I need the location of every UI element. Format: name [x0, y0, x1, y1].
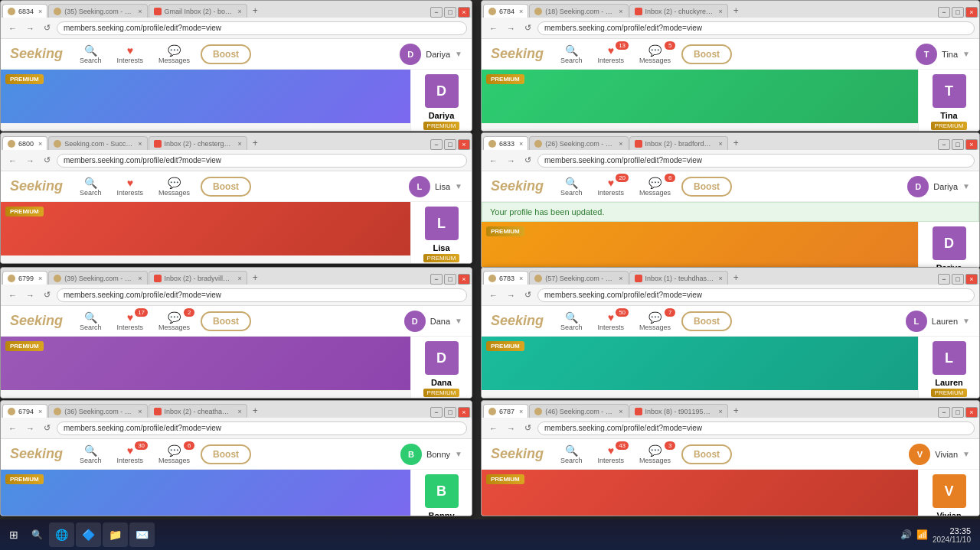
nav-search[interactable]: 🔍Search — [75, 41, 106, 67]
tab-close-1[interactable]: × — [619, 408, 622, 415]
seeking-logo[interactable]: Seeking — [491, 46, 544, 62]
forward-button[interactable]: → — [504, 422, 518, 434]
browser-tab-2[interactable]: Inbox (8) - t9011958@c...× — [629, 404, 728, 418]
address-input[interactable] — [57, 21, 467, 35]
tab-close-0[interactable]: × — [519, 408, 523, 415]
new-tab-button[interactable]: + — [248, 4, 263, 18]
tab-close-0[interactable]: × — [519, 8, 523, 15]
tab-close-2[interactable]: × — [719, 140, 723, 148]
nav-interests[interactable]: ♥Interests50 — [593, 308, 629, 334]
taskbar-start[interactable]: ⊞ — [3, 526, 24, 544]
close-button[interactable]: × — [458, 7, 470, 18]
reload-button[interactable]: ↺ — [41, 154, 54, 167]
tab-close-1[interactable]: × — [138, 275, 142, 282]
tab-close-2[interactable]: × — [719, 275, 723, 282]
back-button[interactable]: ← — [5, 22, 20, 34]
tab-close-2[interactable]: × — [238, 140, 242, 148]
new-tab-button[interactable]: + — [729, 4, 743, 18]
maximize-button[interactable]: □ — [444, 7, 456, 18]
tab-close-1[interactable]: × — [138, 408, 142, 415]
maximize-button[interactable]: □ — [444, 274, 456, 285]
nav-interests[interactable]: ♥Interests30 — [113, 441, 149, 467]
browser-tab-2[interactable]: Inbox (2) - bradfordville...× — [629, 136, 728, 150]
nav-interests[interactable]: ♥Interests — [113, 174, 149, 200]
new-tab-button[interactable]: + — [729, 404, 743, 418]
seeking-logo[interactable]: Seeking — [491, 178, 544, 194]
address-input[interactable] — [537, 288, 975, 302]
user-nav[interactable]: VVivian▼ — [909, 444, 970, 465]
forward-button[interactable]: → — [504, 289, 518, 301]
seeking-logo[interactable]: Seeking — [10, 178, 63, 194]
browser-tab-1[interactable]: (26) Seeking.com - Succ...× — [529, 136, 628, 150]
maximize-button[interactable]: □ — [952, 407, 964, 418]
browser-tab-0[interactable]: 6834× — [2, 4, 47, 18]
tab-close-0[interactable]: × — [519, 140, 523, 148]
minimize-button[interactable]: − — [938, 407, 950, 418]
browser-tab-1[interactable]: (46) Seeking.com - Succ...× — [529, 404, 628, 418]
maximize-button[interactable]: □ — [952, 7, 964, 18]
boost-button[interactable]: Boost — [201, 177, 251, 197]
browser-tab-1[interactable]: (35) Seeking.com - Succ...× — [48, 4, 147, 18]
tab-close-1[interactable]: × — [619, 140, 622, 148]
tab-close-0[interactable]: × — [519, 275, 523, 282]
address-input[interactable] — [537, 421, 975, 435]
back-button[interactable]: ← — [5, 289, 20, 301]
close-button[interactable]: × — [458, 139, 470, 150]
reload-button[interactable]: ↺ — [521, 154, 534, 167]
reload-button[interactable]: ↺ — [521, 288, 534, 301]
nav-search[interactable]: 🔍Search — [556, 441, 587, 467]
reload-button[interactable]: ↺ — [41, 21, 54, 34]
reload-button[interactable]: ↺ — [41, 288, 54, 301]
nav-messages[interactable]: 💬Messages6 — [635, 174, 675, 200]
address-input[interactable] — [57, 288, 467, 302]
browser-tab-0[interactable]: 6833× — [483, 136, 528, 150]
user-nav[interactable]: DDana▼ — [404, 311, 462, 332]
reload-button[interactable]: ↺ — [41, 421, 54, 434]
nav-messages[interactable]: 💬Messages2 — [154, 308, 194, 334]
nav-messages[interactable]: 💬Messages — [154, 41, 194, 67]
boost-button[interactable]: Boost — [681, 177, 732, 197]
maximize-button[interactable]: □ — [444, 407, 456, 418]
user-nav[interactable]: LLisa▼ — [409, 176, 462, 197]
back-button[interactable]: ← — [486, 155, 501, 167]
new-tab-button[interactable]: + — [729, 136, 743, 150]
nav-interests[interactable]: ♥Interests13 — [593, 41, 629, 67]
taskbar-app-chrome[interactable]: 🌐 — [49, 522, 74, 547]
user-nav[interactable]: BBonny▼ — [400, 444, 462, 465]
user-nav[interactable]: TTina▼ — [916, 44, 970, 65]
new-tab-button[interactable]: + — [729, 271, 743, 285]
browser-tab-0[interactable]: 6787× — [483, 404, 528, 418]
seeking-logo[interactable]: Seeking — [10, 313, 63, 329]
back-button[interactable]: ← — [486, 22, 501, 34]
nav-interests[interactable]: ♥Interests43 — [593, 441, 629, 467]
boost-button[interactable]: Boost — [201, 311, 251, 331]
browser-tab-2[interactable]: Gmail Inbox (2) - boydfranky35...× — [149, 4, 247, 18]
minimize-button[interactable]: − — [938, 274, 950, 285]
close-button[interactable]: × — [965, 407, 978, 418]
maximize-button[interactable]: □ — [952, 139, 964, 150]
browser-tab-1[interactable]: (18) Seeking.com - Succ...× — [529, 4, 628, 18]
browser-tab-0[interactable]: 6794× — [2, 404, 47, 418]
tab-close-0[interactable]: × — [38, 8, 42, 15]
minimize-button[interactable]: − — [430, 139, 443, 150]
nav-search[interactable]: 🔍Search — [556, 308, 587, 334]
forward-button[interactable]: → — [23, 155, 38, 167]
browser-tab-1[interactable]: (57) Seeking.com - Succ...× — [529, 271, 628, 285]
new-tab-button[interactable]: + — [248, 271, 263, 285]
boost-button[interactable]: Boost — [681, 311, 732, 331]
boost-button[interactable]: Boost — [681, 444, 732, 464]
tab-close-2[interactable]: × — [238, 8, 242, 15]
tab-close-0[interactable]: × — [38, 275, 42, 282]
minimize-button[interactable]: − — [938, 7, 950, 18]
close-button[interactable]: × — [965, 139, 978, 150]
nav-messages[interactable]: 💬Messages5 — [635, 41, 675, 67]
minimize-button[interactable]: − — [938, 139, 950, 150]
nav-messages[interactable]: 💬Messages — [154, 174, 194, 200]
browser-tab-1[interactable]: (39) Seeking.com - Succ...× — [48, 271, 147, 285]
back-button[interactable]: ← — [5, 422, 20, 434]
minimize-button[interactable]: − — [430, 407, 443, 418]
browser-tab-0[interactable]: 6799× — [2, 271, 47, 285]
nav-interests[interactable]: ♥Interests — [113, 41, 149, 67]
nav-interests[interactable]: ♥Interests17 — [113, 308, 149, 334]
tab-close-2[interactable]: × — [238, 275, 242, 282]
